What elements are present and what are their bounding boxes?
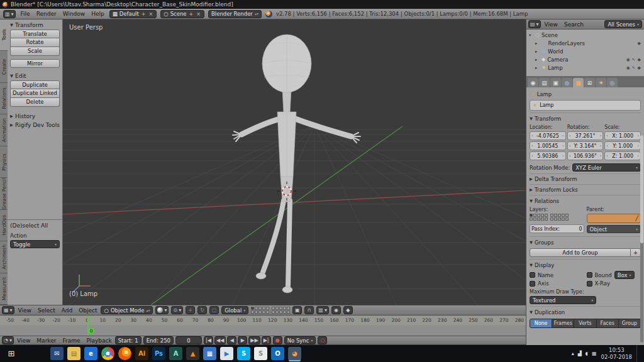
menu-view[interactable]: View <box>16 337 31 344</box>
start-frame-field[interactable]: Start:1 <box>115 336 142 344</box>
menu-help[interactable]: Help <box>90 11 106 17</box>
skype-icon[interactable]: S <box>237 347 250 360</box>
object-name-field[interactable]: ☀ Lamp <box>530 100 641 111</box>
decrement-icon[interactable]: ‹ <box>606 143 608 148</box>
outliner-editor-type-button[interactable]: ▤▾ <box>528 20 541 28</box>
3d-viewport[interactable]: User Persp (0) Lamp <box>63 19 526 305</box>
close-scene-icon[interactable]: × <box>196 11 201 17</box>
add-scene-icon[interactable]: + <box>189 11 194 17</box>
menu-view[interactable]: View <box>543 21 559 28</box>
parent-field[interactable]: ╱ <box>587 214 641 223</box>
groups-panel-header[interactable]: ▼Groups <box>530 238 641 247</box>
duplication-frames-button[interactable]: Frames <box>552 319 574 328</box>
outliner-item-camera[interactable]: ▸◆Camera◉↖◆ <box>528 55 643 63</box>
blender-app-icon[interactable]: ◕ <box>288 347 301 360</box>
cam-restrict-icon[interactable]: ◆ <box>638 41 641 46</box>
manipulator-rotate-button[interactable]: ↻ <box>197 306 207 314</box>
properties-scrollbar[interactable] <box>640 135 643 343</box>
tool-shelf-tab-tools[interactable]: Tools <box>0 19 8 51</box>
current-frame-field[interactable]: 0 <box>175 336 202 344</box>
decrement-icon[interactable]: ‹ <box>569 133 571 138</box>
increment-icon[interactable]: › <box>562 153 564 158</box>
rotation-mode-select[interactable]: XYZ Euler▾ <box>572 163 641 172</box>
rigify-panel-header[interactable]: ▶Rigify Dev Tools <box>10 121 60 129</box>
world-tab[interactable]: ◍ <box>562 78 572 87</box>
number-field[interactable]: ‹Y: 3.164°› <box>567 141 604 150</box>
internet-explorer-icon[interactable]: e <box>84 347 97 360</box>
tool-shelf-tab-create[interactable]: Create <box>0 51 8 82</box>
scale-button[interactable]: Scale <box>10 47 60 56</box>
name-checkbox[interactable]: Name <box>530 271 584 279</box>
transform-panel-header[interactable]: ▼Transform <box>10 21 60 30</box>
transport-button-1[interactable]: ◀◀ <box>214 336 226 344</box>
android-studio-icon[interactable]: A <box>169 347 182 360</box>
transport-button-3[interactable]: ▶ <box>238 336 247 344</box>
add-layout-icon[interactable]: + <box>141 11 147 17</box>
display-panel-header[interactable]: ▼Display <box>530 261 641 270</box>
transport-button-2[interactable]: ◀ <box>227 336 236 344</box>
number-field[interactable]: ‹5.90386› <box>530 151 566 160</box>
tray-language-icon[interactable]: ▦ <box>592 351 597 356</box>
outliner-item-scene[interactable]: ▾◌Scene <box>528 31 643 39</box>
render-tab[interactable]: ◉ <box>528 78 538 87</box>
transform-panel-header[interactable]: ▼Transform <box>530 114 641 123</box>
increment-icon[interactable]: › <box>600 143 602 148</box>
scene-selector[interactable]: ○ Scene + × <box>160 10 204 18</box>
axis-checkbox[interactable]: Axis <box>530 280 584 287</box>
manipulator-scale-button[interactable]: ▢ <box>209 306 219 314</box>
firefox-icon[interactable] <box>118 347 131 360</box>
transport-button-5[interactable]: ▶| <box>262 336 271 344</box>
number-field[interactable]: ‹Z: 1.000› <box>604 151 641 160</box>
scene-tab[interactable]: ▣ <box>550 78 561 87</box>
media-player-icon[interactable]: ▦ <box>203 347 216 360</box>
menu-search[interactable]: Search <box>563 21 585 28</box>
bound-checkbox[interactable]: BoundBox▾ <box>587 271 641 279</box>
translate-button[interactable]: Translate <box>10 30 60 38</box>
photoshop-icon[interactable]: Ps <box>152 347 165 360</box>
transport-button-0[interactable]: |◀ <box>204 336 213 344</box>
tool-shelf-tab-measureit[interactable]: Measureit <box>0 273 8 305</box>
number-field[interactable]: ‹106.936°› <box>567 151 604 160</box>
constraints-tab[interactable]: ⊞ <box>584 78 595 87</box>
menu-object[interactable]: Object <box>77 307 98 314</box>
mail-app-icon[interactable]: ✉ <box>50 347 64 360</box>
menu-playback[interactable]: Playback <box>86 337 113 344</box>
duplication-group-button[interactable]: Group <box>619 319 641 328</box>
xray-checkbox[interactable]: X-Ray <box>587 280 641 287</box>
record-button[interactable]: ● <box>273 336 282 344</box>
notes-app-icon[interactable]: S <box>254 347 267 360</box>
mirror-button[interactable]: Mirror <box>10 59 60 68</box>
edit-panel-header[interactable]: ▼Edit <box>10 72 60 80</box>
menu-render[interactable]: Render <box>35 11 58 17</box>
increment-icon[interactable]: › <box>600 133 602 138</box>
duplication-none-button[interactable]: None <box>530 319 552 328</box>
outliner-item-lamp[interactable]: ▸☀Lamp◉↖◆ <box>528 63 643 72</box>
end-frame-field[interactable]: End:250 <box>143 336 174 344</box>
timeline-ruler[interactable]: -50-40-30-20-100102030405060708090100110… <box>0 315 526 325</box>
increment-icon[interactable]: › <box>562 143 564 148</box>
number-field[interactable]: ‹X: 1.000› <box>604 131 641 140</box>
duplicate-button[interactable]: Duplicate <box>10 80 60 89</box>
increment-icon[interactable]: › <box>637 143 639 148</box>
snap-element-select[interactable]: ▥▾ <box>316 306 329 314</box>
cursor-restrict-icon[interactable]: ↖ <box>632 57 636 62</box>
collapse-icon[interactable]: ▸ <box>535 41 540 46</box>
duplication-panel-header[interactable]: ▼Duplication <box>530 308 641 317</box>
playhead[interactable]: 0 <box>87 315 89 336</box>
snap-magnet-icon[interactable]: ∪ <box>304 306 314 314</box>
tool-shelf-tab-physics[interactable]: Physics <box>0 146 8 178</box>
rotate-button[interactable]: Rotate <box>10 38 60 47</box>
lock-to-scene-icon[interactable]: ▣ <box>292 306 302 314</box>
info-editor-type-button[interactable]: ▥▾ <box>3 10 16 18</box>
object-layers-widget[interactable] <box>530 214 548 221</box>
tool-shelf-tab-grease-pencil[interactable]: Grease Pencil <box>0 178 8 209</box>
decrement-icon[interactable]: ‹ <box>531 133 533 138</box>
increment-icon[interactable]: › <box>600 153 602 158</box>
tray-expand-icon[interactable]: ▴ <box>572 351 574 356</box>
render-layers-tab[interactable]: ▤ <box>539 78 550 87</box>
show-desktop-button[interactable] <box>636 345 639 362</box>
delta-transform-panel-header[interactable]: ▶Delta Transform <box>530 173 641 182</box>
number-field[interactable]: ‹Y: 1.000› <box>604 141 641 150</box>
relations-panel-header[interactable]: ▼Relations <box>530 197 641 206</box>
video-app-icon[interactable]: ▶ <box>220 347 233 360</box>
